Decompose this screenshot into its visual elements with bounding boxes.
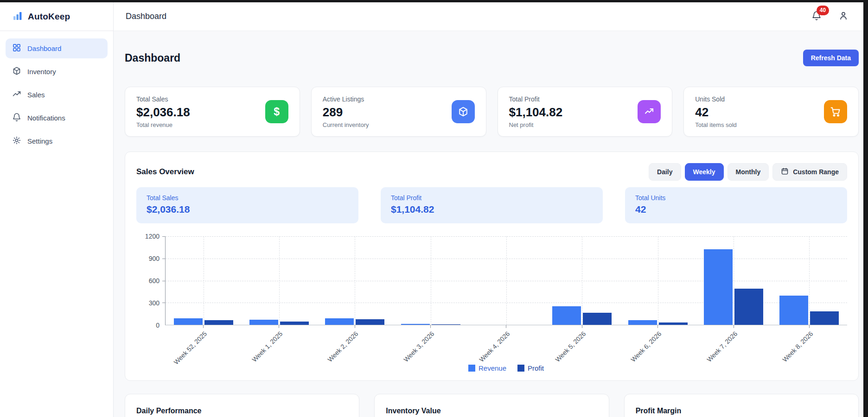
sidebar-item-dashboard[interactable]: Dashboard bbox=[6, 38, 108, 58]
chart-bar-revenue bbox=[779, 296, 808, 325]
y-axis-tick: 900 bbox=[149, 255, 160, 262]
y-axis-tick: 300 bbox=[149, 299, 160, 307]
x-axis-label: Week 1, 2025 bbox=[250, 330, 284, 363]
range-daily-button[interactable]: Daily bbox=[649, 163, 681, 181]
stat-label: Units Sold bbox=[695, 95, 737, 103]
package-icon bbox=[12, 66, 21, 77]
summary-total-units: Total Units 42 bbox=[625, 187, 847, 223]
chart-bar-profit bbox=[280, 322, 309, 325]
bar-group bbox=[317, 236, 393, 325]
stat-sublabel: Total items sold bbox=[695, 121, 737, 128]
stat-sublabel: Net profit bbox=[509, 121, 563, 128]
bar-group bbox=[772, 236, 847, 325]
bar-group bbox=[241, 236, 317, 325]
app-name: AutoKeep bbox=[28, 12, 70, 22]
chart-bar-profit bbox=[659, 322, 688, 325]
chart-bar-profit bbox=[432, 324, 460, 325]
bar-group bbox=[620, 236, 696, 325]
legend-item-profit[interactable]: Profit bbox=[517, 364, 544, 372]
x-axis-label: Week 7, 2026 bbox=[705, 330, 739, 363]
sidebar: AutoKeep Dashboard bbox=[0, 2, 114, 417]
range-custom-button[interactable]: Custom Range bbox=[772, 163, 847, 181]
cart-icon bbox=[824, 100, 847, 123]
y-axis-tick: 600 bbox=[149, 277, 160, 284]
x-axis-label: Week 2, 2026 bbox=[326, 330, 360, 363]
daily-performance-card: Daily Performance bbox=[125, 394, 359, 417]
user-icon bbox=[838, 14, 849, 22]
chart-legend: RevenueProfit bbox=[141, 364, 847, 372]
stat-sublabel: Current inventory bbox=[323, 121, 369, 128]
stat-label: Total Profit bbox=[509, 95, 563, 103]
stats-row: Total Sales $2,036.18 Total revenue $ Ac… bbox=[125, 87, 859, 137]
app-window: AutoKeep Dashboard bbox=[0, 0, 868, 417]
summary-total-profit: Total Profit $1,104.82 bbox=[381, 187, 603, 223]
chart-bar-profit bbox=[734, 289, 763, 325]
x-axis-label: Week 8, 2026 bbox=[781, 330, 814, 363]
legend-swatch bbox=[468, 365, 475, 372]
chart-bar-profit bbox=[204, 320, 233, 325]
chart-bar-profit bbox=[356, 319, 384, 325]
bar-group bbox=[166, 236, 241, 325]
summary-row: Total Sales $2,036.18 Total Profit $1,10… bbox=[136, 187, 847, 223]
stat-value: 42 bbox=[695, 105, 737, 120]
dollar-icon: $ bbox=[265, 100, 288, 123]
range-weekly-button[interactable]: Weekly bbox=[685, 163, 724, 181]
package-icon bbox=[452, 100, 475, 123]
sidebar-item-label: Notifications bbox=[27, 114, 65, 122]
x-axis-label: Week 52, 2025 bbox=[172, 330, 208, 366]
topbar-title: Dashboard bbox=[126, 12, 166, 21]
stat-value: $2,036.18 bbox=[136, 105, 190, 120]
chart-bar-revenue bbox=[628, 320, 657, 325]
chart-bar-profit bbox=[810, 311, 839, 325]
chart-bar-revenue bbox=[552, 306, 581, 325]
page-title: Dashboard bbox=[125, 52, 180, 64]
bar-group bbox=[544, 236, 620, 325]
bar-chart-icon bbox=[12, 10, 23, 23]
y-axis-tick: 0 bbox=[156, 322, 160, 329]
profit-margin-card: Profit Margin bbox=[624, 394, 859, 417]
chart-bar-profit bbox=[583, 313, 612, 325]
inventory-value-card: Inventory Value bbox=[374, 394, 609, 417]
stat-value: 289 bbox=[323, 105, 369, 120]
sidebar-nav: Dashboard Inventory bbox=[0, 31, 113, 158]
y-axis-tick: 1200 bbox=[145, 233, 160, 240]
sidebar-logo[interactable]: AutoKeep bbox=[0, 2, 113, 31]
sidebar-item-sales[interactable]: Sales bbox=[6, 85, 108, 105]
range-selector: Daily Weekly Monthly Custom Range bbox=[649, 163, 847, 181]
grid-icon bbox=[12, 43, 21, 54]
bar-group bbox=[696, 236, 771, 325]
trending-up-icon bbox=[638, 100, 661, 123]
chart-groups bbox=[166, 236, 847, 325]
stat-card-total-sales: Total Sales $2,036.18 Total revenue $ bbox=[125, 87, 300, 137]
stat-label: Active Listings bbox=[323, 95, 369, 103]
bottom-cards-row: Daily Performance Inventory Value Profit… bbox=[125, 394, 859, 417]
window-right-border bbox=[863, 0, 868, 417]
bell-icon bbox=[12, 113, 21, 123]
legend-label: Revenue bbox=[479, 364, 506, 372]
window-top-border bbox=[0, 0, 868, 2]
stat-value: $1,104.82 bbox=[509, 105, 563, 120]
chart-bar-revenue bbox=[325, 318, 354, 325]
calendar-icon bbox=[781, 167, 789, 177]
trending-up-icon bbox=[12, 89, 21, 100]
refresh-data-button[interactable]: Refresh Data bbox=[803, 50, 859, 66]
x-axis-label: Week 6, 2026 bbox=[629, 330, 663, 363]
sidebar-item-label: Settings bbox=[27, 137, 52, 145]
sidebar-item-label: Inventory bbox=[27, 68, 56, 76]
stat-card-units-sold: Units Sold 42 Total items sold bbox=[683, 87, 859, 137]
user-menu-button[interactable] bbox=[838, 11, 849, 23]
legend-item-revenue[interactable]: Revenue bbox=[468, 364, 506, 372]
sidebar-item-notifications[interactable]: Notifications bbox=[6, 108, 108, 128]
chart-bar-revenue bbox=[174, 318, 203, 325]
bell-icon bbox=[811, 14, 822, 22]
bar-group bbox=[393, 236, 468, 325]
stat-card-active-listings: Active Listings 289 Current inventory bbox=[311, 87, 486, 137]
x-axis-label: Week 3, 2026 bbox=[402, 330, 435, 363]
sidebar-item-inventory[interactable]: Inventory bbox=[6, 62, 108, 82]
sales-overview-card: Sales Overview Daily Weekly Monthly bbox=[125, 152, 859, 381]
range-monthly-button[interactable]: Monthly bbox=[728, 163, 769, 181]
sidebar-item-settings[interactable]: Settings bbox=[6, 131, 108, 151]
stat-sublabel: Total revenue bbox=[136, 121, 190, 128]
notifications-button[interactable]: 40 bbox=[811, 11, 822, 23]
chart-bar-revenue bbox=[401, 324, 430, 325]
